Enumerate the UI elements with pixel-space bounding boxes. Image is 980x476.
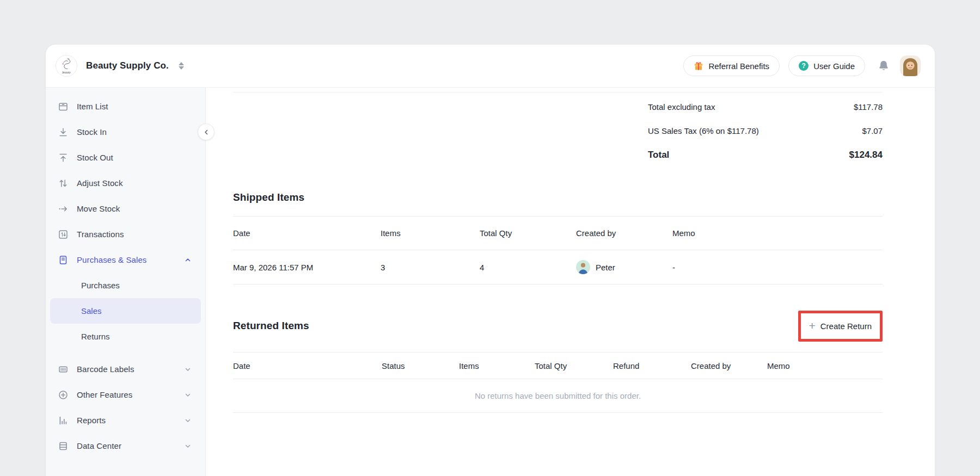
total-excluding-tax-row: Total excluding tax $117.78	[648, 95, 883, 119]
sidebar-subitem-returns[interactable]: Returns	[50, 324, 201, 349]
company-switch-arrows-icon[interactable]	[179, 62, 184, 70]
chevron-left-icon	[203, 129, 210, 135]
gift-icon	[694, 61, 703, 71]
column-header-memo: Memo	[767, 361, 883, 370]
referral-benefits-label: Referral Benefits	[708, 61, 769, 71]
box-icon	[58, 101, 69, 112]
app-header: beauty Beauty Supply Co. Referral Ben	[46, 45, 935, 88]
total-excluding-tax-label: Total excluding tax	[648, 102, 715, 112]
sales-tax-value: $7.07	[862, 126, 883, 135]
create-return-label: Create Return	[820, 322, 872, 331]
chevron-down-icon	[185, 366, 191, 373]
bar-chart-icon	[58, 415, 69, 426]
chevron-down-icon	[185, 443, 191, 449]
shipped-table-row[interactable]: Mar 9, 2026 11:57 PM 3 4 Peter	[233, 250, 883, 285]
sidebar-subitem-label: Purchases	[81, 281, 120, 290]
create-return-button[interactable]: + Create Return	[801, 313, 880, 339]
bell-icon	[877, 59, 890, 72]
sidebar-item-adjust-stock[interactable]: Adjust Stock	[46, 170, 205, 196]
shipment-total-qty: 4	[480, 263, 576, 272]
sidebar-item-purchases-sales[interactable]: Purchases & Sales	[46, 247, 205, 273]
order-detail-content: Total excluding tax $117.78 US Sales Tax…	[206, 88, 935, 476]
sidebar-item-move-stock[interactable]: Move Stock	[46, 196, 205, 221]
sidebar-item-label: Barcode Labels	[77, 364, 134, 374]
plus-icon: +	[809, 320, 816, 331]
referral-benefits-button[interactable]: Referral Benefits	[683, 55, 780, 76]
sidebar-item-data-center[interactable]: Data Center	[46, 433, 205, 459]
red-annotation-box: + Create Return	[798, 311, 883, 342]
chevron-down-icon	[185, 392, 191, 398]
user-guide-button[interactable]: ? User Guide	[788, 55, 865, 76]
shipped-table-header: Date Items Total Qty Created by Memo	[233, 217, 883, 250]
returned-table-header: Date Status Items Total Qty Refund Creat…	[233, 353, 883, 379]
creator-name: Peter	[596, 263, 615, 272]
app-window: beauty Beauty Supply Co. Referral Ben	[46, 45, 935, 476]
total-excluding-tax-value: $117.78	[854, 102, 883, 112]
company-logo: beauty	[56, 55, 77, 77]
sidebar-subitem-label: Sales	[81, 306, 102, 316]
column-header-date: Date	[233, 228, 381, 238]
order-totals: Total excluding tax $117.78 US Sales Tax…	[233, 92, 883, 168]
column-header-created-by: Created by	[576, 228, 672, 238]
move-stock-icon	[58, 203, 69, 214]
returns-empty-state: No returns have been submitted for this …	[233, 379, 883, 413]
chevron-down-icon	[185, 417, 191, 424]
returned-items-title: Returned Items	[233, 320, 309, 332]
sidebar-item-label: Item List	[77, 102, 108, 111]
sidebar-collapse-button[interactable]	[198, 123, 215, 140]
chevron-up-icon	[185, 257, 191, 263]
sidebar-item-label: Other Features	[77, 390, 132, 399]
shipped-items-title: Shipped Items	[233, 191, 883, 203]
creator-avatar	[576, 260, 590, 274]
sidebar-subitem-label: Returns	[81, 332, 110, 341]
sidebar-subitem-purchases[interactable]: Purchases	[50, 273, 201, 298]
column-header-memo: Memo	[672, 228, 883, 238]
sidebar-item-label: Reports	[77, 416, 106, 425]
returns-empty-message: No returns have been submitted for this …	[475, 391, 641, 400]
sidebar-item-label: Data Center	[77, 441, 121, 450]
sidebar-item-other-features[interactable]: Other Features	[46, 382, 205, 407]
sales-tax-row: US Sales Tax (6% on $117.78) $7.07	[648, 119, 883, 143]
sidebar-item-transactions[interactable]: Transactions	[46, 221, 205, 247]
sidebar-item-item-list[interactable]: Item List	[46, 94, 205, 119]
sidebar-subitem-sales[interactable]: Sales	[50, 298, 201, 324]
company-name: Beauty Supply Co.	[86, 60, 169, 71]
shipment-items-count: 3	[381, 263, 480, 272]
sidebar-item-barcode-labels[interactable]: Barcode Labels	[46, 356, 205, 382]
shipped-items-table: Date Items Total Qty Created by Memo Mar…	[233, 216, 883, 285]
stock-in-icon	[58, 127, 69, 138]
stock-out-icon	[58, 152, 69, 163]
company-switcher[interactable]: beauty Beauty Supply Co.	[56, 55, 184, 77]
shipment-date: Mar 9, 2026 11:57 PM	[233, 263, 381, 272]
sidebar-item-label: Purchases & Sales	[77, 255, 146, 264]
user-guide-label: User Guide	[813, 61, 855, 71]
sidebar-item-label: Stock Out	[77, 153, 113, 162]
column-header-status: Status	[382, 361, 459, 370]
user-avatar[interactable]	[900, 55, 921, 76]
sales-tax-label: US Sales Tax (6% on $117.78)	[648, 126, 759, 135]
database-icon	[58, 441, 69, 452]
grand-total-value: $124.84	[849, 150, 883, 160]
sidebar-item-label: Stock In	[77, 127, 107, 137]
sidebar-item-stock-in[interactable]: Stock In	[46, 119, 205, 145]
question-icon: ?	[799, 61, 808, 71]
column-header-total-qty: Total Qty	[480, 228, 576, 238]
shipped-items-section: Shipped Items Date Items Total Qty Creat…	[233, 191, 883, 285]
returned-items-section: Returned Items + Create Return Date Stat…	[233, 310, 883, 413]
sidebar-item-label: Adjust Stock	[77, 178, 123, 188]
column-header-created-by: Created by	[691, 361, 767, 370]
returned-items-table: Date Status Items Total Qty Refund Creat…	[233, 352, 883, 413]
grand-total-label: Total	[648, 150, 669, 160]
column-header-refund: Refund	[613, 361, 691, 370]
grand-total-row: Total $124.84	[648, 143, 883, 168]
sidebar-item-label: Move Stock	[77, 204, 120, 213]
column-header-items: Items	[459, 361, 535, 370]
sidebar-item-reports[interactable]: Reports	[46, 407, 205, 433]
circle-plus-icon	[58, 390, 69, 400]
notifications-button[interactable]	[877, 59, 890, 72]
column-header-items: Items	[381, 228, 480, 238]
sidebar-item-label: Transactions	[77, 230, 124, 239]
sidebar-item-stock-out[interactable]: Stock Out	[46, 145, 205, 170]
sidebar: Item List Stock In Stock Out	[46, 88, 206, 476]
adjust-stock-icon	[58, 178, 69, 189]
